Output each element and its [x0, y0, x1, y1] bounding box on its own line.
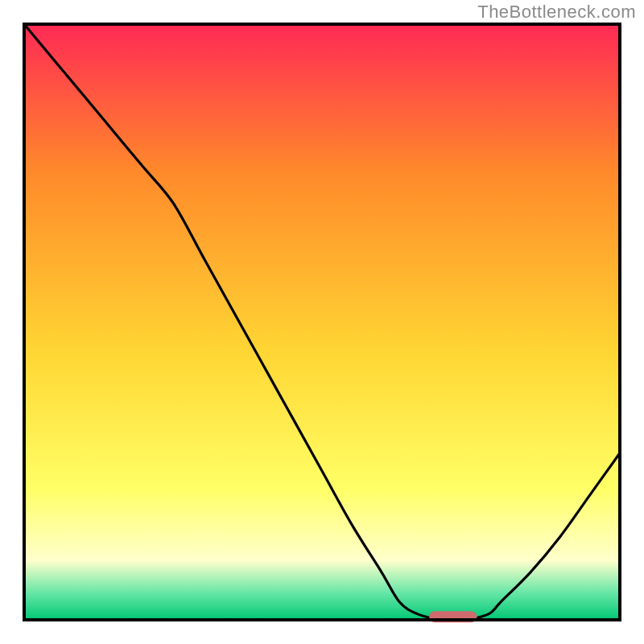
watermark-text: TheBottleneck.com: [477, 2, 636, 23]
bottleneck-chart: [0, 0, 644, 644]
chart-container: TheBottleneck.com: [0, 0, 644, 644]
gradient-background: [24, 24, 620, 620]
